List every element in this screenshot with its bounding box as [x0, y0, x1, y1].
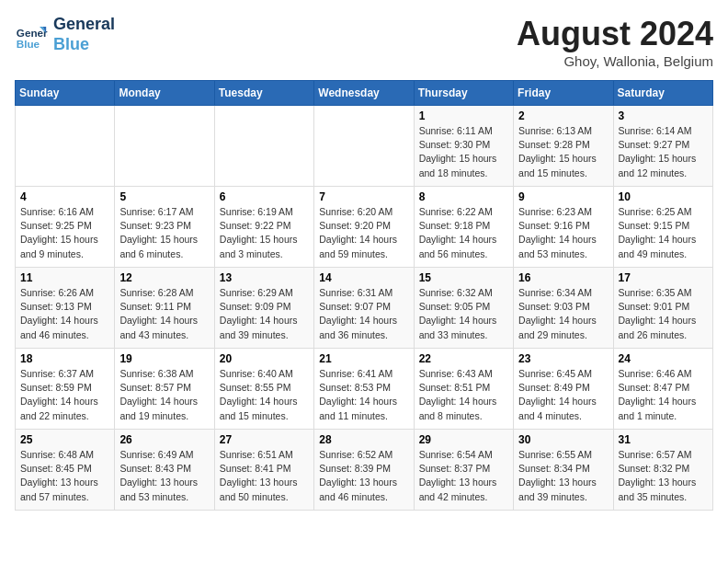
day-number: 5	[119, 190, 209, 203]
day-number: 20	[220, 352, 309, 365]
day-number: 15	[419, 271, 508, 284]
calendar-cell: 27Sunrise: 6:51 AM Sunset: 8:41 PM Dayli…	[214, 430, 313, 511]
day-number: 10	[619, 190, 708, 203]
calendar-cell: 15Sunrise: 6:32 AM Sunset: 9:05 PM Dayli…	[414, 268, 513, 349]
day-number: 29	[419, 433, 508, 446]
logo-icon: General Blue	[15, 18, 48, 52]
day-info: Sunrise: 6:48 AM Sunset: 8:45 PM Dayligh…	[20, 448, 109, 504]
calendar-cell	[214, 106, 313, 187]
day-info: Sunrise: 6:16 AM Sunset: 9:25 PM Dayligh…	[20, 205, 109, 261]
calendar-table: SundayMondayTuesdayWednesdayThursdayFrid…	[15, 80, 713, 511]
day-number: 26	[119, 433, 209, 446]
logo-text-blue: Blue	[53, 35, 115, 55]
day-info: Sunrise: 6:54 AM Sunset: 8:37 PM Dayligh…	[419, 448, 508, 504]
day-number: 23	[518, 352, 608, 365]
day-info: Sunrise: 6:25 AM Sunset: 9:15 PM Dayligh…	[619, 205, 708, 261]
day-info: Sunrise: 6:26 AM Sunset: 9:13 PM Dayligh…	[20, 286, 109, 342]
calendar-cell: 6Sunrise: 6:19 AM Sunset: 9:22 PM Daylig…	[214, 187, 313, 268]
day-of-week-saturday: Saturday	[613, 81, 712, 106]
day-of-week-monday: Monday	[115, 81, 214, 106]
calendar-week-4: 18Sunrise: 6:37 AM Sunset: 8:59 PM Dayli…	[16, 349, 713, 430]
calendar-body: 1Sunrise: 6:11 AM Sunset: 9:30 PM Daylig…	[16, 106, 713, 511]
calendar-cell: 30Sunrise: 6:55 AM Sunset: 8:34 PM Dayli…	[514, 430, 613, 511]
calendar-week-2: 4Sunrise: 6:16 AM Sunset: 9:25 PM Daylig…	[16, 187, 713, 268]
day-number: 27	[220, 433, 309, 446]
calendar-cell	[16, 106, 115, 187]
page-header: General Blue General Blue August 2024 Gh…	[15, 15, 713, 69]
day-number: 13	[220, 271, 309, 284]
day-info: Sunrise: 6:31 AM Sunset: 9:07 PM Dayligh…	[319, 286, 408, 342]
calendar-cell: 4Sunrise: 6:16 AM Sunset: 9:25 PM Daylig…	[16, 187, 115, 268]
calendar-week-1: 1Sunrise: 6:11 AM Sunset: 9:30 PM Daylig…	[16, 106, 713, 187]
calendar-cell: 7Sunrise: 6:20 AM Sunset: 9:20 PM Daylig…	[314, 187, 414, 268]
calendar-cell: 31Sunrise: 6:57 AM Sunset: 8:32 PM Dayli…	[613, 430, 712, 511]
day-info: Sunrise: 6:49 AM Sunset: 8:43 PM Dayligh…	[119, 448, 209, 504]
day-info: Sunrise: 6:52 AM Sunset: 8:39 PM Dayligh…	[319, 448, 408, 504]
day-number: 9	[518, 190, 608, 203]
calendar-cell: 13Sunrise: 6:29 AM Sunset: 9:09 PM Dayli…	[214, 268, 313, 349]
calendar-cell: 8Sunrise: 6:22 AM Sunset: 9:18 PM Daylig…	[414, 187, 513, 268]
day-number: 1	[419, 109, 508, 122]
calendar-cell: 29Sunrise: 6:54 AM Sunset: 8:37 PM Dayli…	[414, 430, 513, 511]
day-of-week-sunday: Sunday	[16, 81, 115, 106]
day-number: 17	[619, 271, 708, 284]
day-number: 11	[20, 271, 109, 284]
day-of-week-tuesday: Tuesday	[214, 81, 313, 106]
day-number: 14	[319, 271, 408, 284]
calendar-cell: 2Sunrise: 6:13 AM Sunset: 9:28 PM Daylig…	[514, 106, 613, 187]
day-info: Sunrise: 6:22 AM Sunset: 9:18 PM Dayligh…	[419, 205, 508, 261]
day-info: Sunrise: 6:14 AM Sunset: 9:27 PM Dayligh…	[619, 124, 708, 180]
day-number: 30	[518, 433, 608, 446]
svg-text:Blue: Blue	[17, 37, 40, 49]
day-info: Sunrise: 6:34 AM Sunset: 9:03 PM Dayligh…	[518, 286, 608, 342]
logo: General Blue General Blue	[15, 15, 115, 54]
calendar-cell: 3Sunrise: 6:14 AM Sunset: 9:27 PM Daylig…	[613, 106, 712, 187]
day-info: Sunrise: 6:13 AM Sunset: 9:28 PM Dayligh…	[518, 124, 608, 180]
day-info: Sunrise: 6:45 AM Sunset: 8:49 PM Dayligh…	[518, 367, 608, 423]
day-of-week-wednesday: Wednesday	[314, 81, 414, 106]
logo-text-general: General	[53, 15, 115, 35]
day-info: Sunrise: 6:57 AM Sunset: 8:32 PM Dayligh…	[619, 448, 708, 504]
day-info: Sunrise: 6:23 AM Sunset: 9:16 PM Dayligh…	[518, 205, 608, 261]
day-number: 4	[20, 190, 109, 203]
day-number: 7	[319, 190, 408, 203]
day-info: Sunrise: 6:41 AM Sunset: 8:53 PM Dayligh…	[319, 367, 408, 423]
calendar-cell: 11Sunrise: 6:26 AM Sunset: 9:13 PM Dayli…	[16, 268, 115, 349]
day-number: 6	[220, 190, 309, 203]
day-number: 16	[518, 271, 608, 284]
calendar-cell: 22Sunrise: 6:43 AM Sunset: 8:51 PM Dayli…	[414, 349, 513, 430]
day-number: 12	[119, 271, 209, 284]
day-info: Sunrise: 6:40 AM Sunset: 8:55 PM Dayligh…	[220, 367, 309, 423]
calendar-cell: 26Sunrise: 6:49 AM Sunset: 8:43 PM Dayli…	[115, 430, 214, 511]
calendar-cell: 23Sunrise: 6:45 AM Sunset: 8:49 PM Dayli…	[514, 349, 613, 430]
calendar-header: SundayMondayTuesdayWednesdayThursdayFrid…	[16, 81, 713, 106]
calendar-cell	[115, 106, 214, 187]
day-info: Sunrise: 6:28 AM Sunset: 9:11 PM Dayligh…	[119, 286, 209, 342]
calendar-cell: 25Sunrise: 6:48 AM Sunset: 8:45 PM Dayli…	[16, 430, 115, 511]
day-info: Sunrise: 6:32 AM Sunset: 9:05 PM Dayligh…	[419, 286, 508, 342]
day-info: Sunrise: 6:17 AM Sunset: 9:23 PM Dayligh…	[119, 205, 209, 261]
day-number: 19	[119, 352, 209, 365]
day-number: 31	[619, 433, 708, 446]
day-number: 22	[419, 352, 508, 365]
calendar-cell: 18Sunrise: 6:37 AM Sunset: 8:59 PM Dayli…	[16, 349, 115, 430]
calendar-cell: 12Sunrise: 6:28 AM Sunset: 9:11 PM Dayli…	[115, 268, 214, 349]
day-info: Sunrise: 6:19 AM Sunset: 9:22 PM Dayligh…	[220, 205, 309, 261]
day-info: Sunrise: 6:46 AM Sunset: 8:47 PM Dayligh…	[619, 367, 708, 423]
day-info: Sunrise: 6:37 AM Sunset: 8:59 PM Dayligh…	[20, 367, 109, 423]
days-of-week-row: SundayMondayTuesdayWednesdayThursdayFrid…	[16, 81, 713, 106]
day-number: 2	[518, 109, 608, 122]
calendar-cell: 19Sunrise: 6:38 AM Sunset: 8:57 PM Dayli…	[115, 349, 214, 430]
day-info: Sunrise: 6:38 AM Sunset: 8:57 PM Dayligh…	[119, 367, 209, 423]
day-number: 25	[20, 433, 109, 446]
title-section: August 2024 Ghoy, Wallonia, Belgium	[517, 15, 713, 69]
day-info: Sunrise: 6:29 AM Sunset: 9:09 PM Dayligh…	[220, 286, 309, 342]
calendar-cell: 1Sunrise: 6:11 AM Sunset: 9:30 PM Daylig…	[414, 106, 513, 187]
day-info: Sunrise: 6:43 AM Sunset: 8:51 PM Dayligh…	[419, 367, 508, 423]
day-number: 21	[319, 352, 408, 365]
calendar-cell: 5Sunrise: 6:17 AM Sunset: 9:23 PM Daylig…	[115, 187, 214, 268]
calendar-cell: 17Sunrise: 6:35 AM Sunset: 9:01 PM Dayli…	[613, 268, 712, 349]
day-of-week-friday: Friday	[514, 81, 613, 106]
calendar-cell: 16Sunrise: 6:34 AM Sunset: 9:03 PM Dayli…	[514, 268, 613, 349]
day-info: Sunrise: 6:35 AM Sunset: 9:01 PM Dayligh…	[619, 286, 708, 342]
